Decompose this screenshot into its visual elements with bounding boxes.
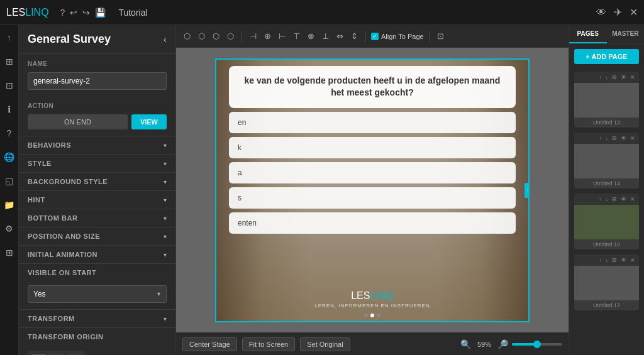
bottom-bar: Center Stage Fit to Screen Set Original … <box>176 332 569 355</box>
page-up-icon-17[interactable]: ↑ <box>597 256 603 264</box>
top-bar: LESLINQ ? ↩ ↪ 💾 Tutorial 👁 ✈ ✕ <box>0 0 644 25</box>
visible-dropdown-wrapper: Yes No <box>28 285 167 303</box>
align-right-icon[interactable]: ⊢ <box>276 30 288 43</box>
page-card-14: ↑ ↓ ⊞ 👁 ✕ Untitled 14 <box>574 133 639 188</box>
zoom-out-icon[interactable]: 🔍 <box>460 339 471 349</box>
initial-animation-row[interactable]: INITIAL ANIMATION ▾ <box>19 245 175 263</box>
page-down-icon-14[interactable]: ↓ <box>604 134 610 142</box>
page-move-icon-13[interactable]: ⊞ <box>611 74 618 81</box>
answer-box-1[interactable]: en <box>229 112 516 133</box>
layer-front2-icon[interactable]: ⬡ <box>210 30 222 43</box>
page-down-icon-17[interactable]: ↓ <box>604 256 610 264</box>
page-eye-icon-17[interactable]: 👁 <box>619 256 628 264</box>
tab-pages[interactable]: PAGES <box>569 25 607 43</box>
slide-dot-3[interactable] <box>377 314 380 317</box>
view-button[interactable]: VIEW <box>131 114 167 129</box>
undo-icon[interactable]: ↩ <box>70 8 77 18</box>
globe-icon[interactable]: 🌐 <box>2 150 17 165</box>
page-card-16-actions: ↑ ↓ ⊞ 👁 ✕ <box>574 194 639 205</box>
dist-v-icon[interactable]: ⇕ <box>348 30 360 43</box>
hint-row[interactable]: HINT ▾ <box>19 190 175 209</box>
align-top-icon[interactable]: ⊤ <box>291 30 303 43</box>
add-page-button[interactable]: + ADD PAGE <box>574 49 639 64</box>
fit-to-screen-button[interactable]: Fit to Screen <box>242 337 295 351</box>
position-size-row[interactable]: POSITION AND SIZE ▾ <box>19 227 175 245</box>
visible-on-start-label: VISIBLE ON START <box>28 269 96 276</box>
page-down-icon-16[interactable]: ↓ <box>604 195 610 203</box>
page-move-icon-14[interactable]: ⊞ <box>611 134 618 142</box>
answer-box-2[interactable]: k <box>229 137 516 158</box>
tab-master[interactable]: MASTER <box>607 25 645 43</box>
slide-dot-2[interactable] <box>370 314 374 317</box>
page-close-icon-14[interactable]: ✕ <box>629 134 636 142</box>
slide-logo: LESLINQ <box>351 290 394 302</box>
slide-dot-1[interactable] <box>364 314 368 317</box>
settings-icon[interactable]: ⚙ <box>2 221 17 236</box>
right-panel-tabs: PAGES MASTER <box>569 25 644 44</box>
visible-dropdown[interactable]: Yes No <box>28 285 167 303</box>
page-close-icon-17[interactable]: ✕ <box>629 256 636 264</box>
crop-icon[interactable]: ⊡ <box>2 78 17 93</box>
transform-row[interactable]: TRANSFORM ▾ <box>19 309 175 327</box>
page-eye-icon-14[interactable]: 👁 <box>619 134 628 142</box>
layer-front-icon[interactable]: ⬡ <box>225 30 236 43</box>
align-bottom-icon[interactable]: ⊥ <box>319 30 331 43</box>
full-screen-icon[interactable]: ⊡ <box>435 30 447 43</box>
bottom-bar-row[interactable]: BOTTOM BAR ▾ <box>19 209 175 227</box>
hint-chevron: ▾ <box>164 197 167 204</box>
slide-resize-handle[interactable] <box>525 183 530 198</box>
align-center-v-icon[interactable]: ⊗ <box>305 30 317 43</box>
page-eye-icon-13[interactable]: 👁 <box>619 74 628 81</box>
page-close-icon-13[interactable]: ✕ <box>629 74 636 81</box>
slide-logo-area: LESLINQ LEREN, INFORMEREN EN INSTRUEREN <box>216 290 528 309</box>
right-panel: PAGES MASTER + ADD PAGE ↑ ↓ ⊞ 👁 ✕ Untitl… <box>569 25 644 355</box>
page-up-icon-16[interactable]: ↑ <box>597 195 603 203</box>
close-window-icon[interactable]: ✕ <box>630 6 638 18</box>
page-move-icon-17[interactable]: ⊞ <box>611 256 618 264</box>
page-move-icon-16[interactable]: ⊞ <box>611 195 618 203</box>
toolbar-sep2 <box>365 31 366 42</box>
page-down-icon-13[interactable]: ↓ <box>604 74 610 81</box>
folder-icon[interactable]: 📁 <box>2 197 17 212</box>
on-end-button[interactable]: ON END <box>28 114 128 129</box>
layer-back-icon[interactable]: ⬡ <box>181 30 193 43</box>
dist-h-icon[interactable]: ⇔ <box>334 30 346 43</box>
transform-origin-row: TRANSFORM ORIGIN <box>19 327 175 346</box>
panel-close-button[interactable]: ‹ <box>164 34 167 45</box>
top-bar-icons: ? ↩ ↪ 💾 <box>60 8 106 18</box>
layer-back2-icon[interactable]: ⬡ <box>196 30 208 43</box>
save-icon[interactable]: 💾 <box>95 8 106 18</box>
page-eye-icon-16[interactable]: 👁 <box>619 195 628 203</box>
page-up-icon-14[interactable]: ↑ <box>597 134 603 142</box>
preview-icon[interactable]: 👁 <box>596 7 606 18</box>
grid-icon[interactable]: ⊞ <box>2 245 17 260</box>
page-label-13: Untitled 13 <box>574 117 639 128</box>
answer-box-3[interactable]: a <box>229 162 516 183</box>
fit-icon[interactable]: ⊞ <box>2 54 17 69</box>
layers-icon[interactable]: ◱ <box>2 173 17 188</box>
stage-area[interactable]: ke van de volgende producten heeft u in … <box>176 48 569 332</box>
question2-icon[interactable]: ? <box>2 126 17 141</box>
help-icon[interactable]: ? <box>60 8 65 18</box>
page-card-16: ↑ ↓ ⊞ 👁 ✕ Untitled 16 <box>574 194 639 249</box>
answer-box-4[interactable]: s <box>229 187 516 209</box>
name-input[interactable] <box>28 72 167 90</box>
zoom-slider-thumb[interactable] <box>533 341 541 348</box>
zoom-in-icon[interactable]: 🔎 <box>497 339 508 349</box>
style-row[interactable]: STYLE ▾ <box>19 154 175 172</box>
set-original-button[interactable]: Set Original <box>300 337 350 351</box>
align-left-icon[interactable]: ⊣ <box>247 30 259 43</box>
redo-icon[interactable]: ↪ <box>82 8 90 18</box>
page-up-icon-13[interactable]: ↑ <box>597 74 603 81</box>
align-to-page-checkbox[interactable] <box>371 33 379 40</box>
upload-icon[interactable]: ↑ <box>2 30 17 45</box>
align-center-h-icon[interactable]: ⊕ <box>262 30 274 43</box>
page-close-icon-16[interactable]: ✕ <box>629 195 636 203</box>
answer-box-5[interactable]: enten <box>229 212 516 234</box>
center-stage-button[interactable]: Center Stage <box>182 337 237 351</box>
behaviors-row[interactable]: BEHAVIORS ▾ <box>19 136 175 154</box>
info-icon[interactable]: ℹ <box>2 102 17 117</box>
background-style-row[interactable]: BACKGROUND STYLE ▾ <box>19 172 175 190</box>
zoom-slider[interactable] <box>512 343 562 346</box>
share-icon[interactable]: ✈ <box>614 6 622 18</box>
